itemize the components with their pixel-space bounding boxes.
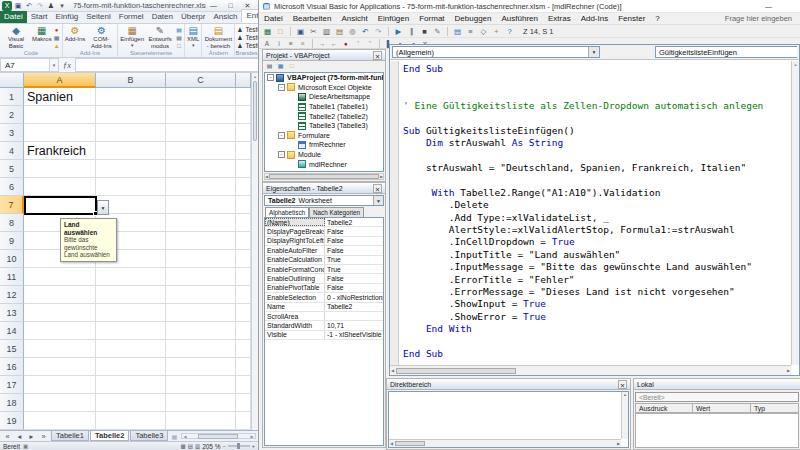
- cell-a16[interactable]: [24, 358, 96, 376]
- row-header-14[interactable]: 14: [0, 322, 24, 340]
- collapse-expander-icon[interactable]: -: [278, 151, 285, 158]
- row-header-6[interactable]: 6: [0, 178, 24, 196]
- entwurfsmodus-button[interactable]: ✎Entwurfsmodus: [145, 25, 175, 49]
- run-icon[interactable]: ▶: [393, 26, 404, 37]
- paste-icon[interactable]: ▤: [334, 26, 345, 37]
- tree-item-frmrechner[interactable]: frmRechner: [265, 140, 383, 150]
- copy-icon[interactable]: ▥: [321, 26, 332, 37]
- row-header-7[interactable]: 7: [0, 196, 24, 214]
- code-vertical-scrollbar[interactable]: ▲: [791, 61, 799, 365]
- redo-icon[interactable]: ↷: [373, 26, 384, 37]
- cell-c9[interactable]: [166, 232, 236, 250]
- com-add-ins-button[interactable]: ⚙COM-Add-Ins: [86, 25, 116, 49]
- reset-icon[interactable]: ■: [419, 26, 430, 37]
- cell-c6[interactable]: [166, 178, 236, 196]
- scrollbar-thumb[interactable]: [396, 368, 516, 374]
- procedure-dropdown[interactable]: GültigkeitslisteEinfügen: [655, 46, 797, 58]
- test01-button[interactable]: ♟Test01: [236, 26, 258, 34]
- cell-b19[interactable]: [96, 412, 166, 430]
- tab-start[interactable]: Start: [27, 11, 52, 23]
- property-row-enableautofilter[interactable]: EnableAutoFilterFalse: [265, 246, 383, 255]
- cell-a19[interactable]: [24, 412, 96, 430]
- save-icon[interactable]: ▣: [295, 26, 306, 37]
- property-row-name[interactable]: NameTabelle2: [265, 303, 383, 312]
- scrollbar-thumb[interactable]: [395, 441, 425, 446]
- select-all-corner[interactable]: [0, 73, 24, 88]
- cell-b12[interactable]: [96, 286, 166, 304]
- comment-block-icon[interactable]: ': [353, 39, 363, 48]
- sheet-vertical-scrollbar[interactable]: ▲: [251, 73, 258, 430]
- undo-icon[interactable]: ↶: [360, 26, 371, 37]
- toggle-breakpoint-icon[interactable]: ●: [341, 39, 351, 48]
- tree-item-mdlrechner[interactable]: mdlRechner: [265, 159, 383, 169]
- tree-item-module[interactable]: -Module: [265, 150, 383, 160]
- add-ins-button[interactable]: ⚙Add-Ins: [64, 25, 87, 43]
- tab-daten[interactable]: Daten: [148, 11, 177, 23]
- scroll-right-icon[interactable]: ▶: [249, 433, 255, 440]
- cell-c1[interactable]: [166, 88, 236, 106]
- qat-dropdown-icon[interactable]: ▾: [57, 1, 67, 11]
- row-header-1[interactable]: 1: [0, 88, 24, 106]
- cell-dropdown-button[interactable]: ▼: [97, 200, 109, 215]
- scroll-up-icon[interactable]: ▲: [792, 61, 799, 68]
- use-relative-references-icon[interactable]: ▦: [53, 35, 61, 42]
- toolbox-icon[interactable]: +: [491, 26, 502, 37]
- tree-item-microsoft-excel-objekte[interactable]: -Microsoft Excel Objekte: [265, 83, 383, 93]
- insert-function-button[interactable]: ƒx: [59, 58, 75, 72]
- cell-a6[interactable]: [24, 178, 96, 196]
- visual-basic-button[interactable]: ◆Visual Basic: [1, 25, 31, 49]
- properties-tab-nach-kategorien[interactable]: Nach Kategorien: [309, 207, 364, 217]
- project-explorer-icon[interactable]: ▤: [452, 26, 463, 37]
- row-header-16[interactable]: 16: [0, 358, 24, 376]
- next-sheet-icon[interactable]: ▸: [26, 431, 37, 442]
- save-icon[interactable]: ▣: [13, 1, 23, 11]
- cell-b15[interactable]: [96, 340, 166, 358]
- row-header-4[interactable]: 4: [0, 142, 24, 160]
- tree-item-tabelle1-tabelle1[interactable]: Tabelle1 (Tabelle1): [265, 102, 383, 112]
- properties-object-dropdown[interactable]: Tabelle2 Worksheet ▼: [264, 195, 384, 206]
- last-sheet-icon[interactable]: »: [38, 431, 49, 442]
- close-icon[interactable]: ✕: [373, 184, 382, 193]
- properties-window-icon[interactable]: ≡: [465, 26, 476, 37]
- zoom-out-icon[interactable]: −: [223, 443, 226, 449]
- menu-add-ins[interactable]: Add-Ins: [576, 14, 614, 23]
- row-header-13[interactable]: 13: [0, 304, 24, 322]
- menu-fenster[interactable]: Fenster: [613, 14, 650, 23]
- cell-c19[interactable]: [166, 412, 236, 430]
- menu-datei[interactable]: Datei: [259, 14, 288, 23]
- row-header-15[interactable]: 15: [0, 340, 24, 358]
- menu-debuggen[interactable]: Debuggen: [450, 14, 497, 23]
- macro-security-icon[interactable]: ▲: [53, 43, 61, 50]
- insert-sheet-button[interactable]: ▦: [169, 431, 179, 441]
- cell-c3[interactable]: [166, 124, 236, 142]
- scroll-right-icon[interactable]: ▶: [616, 441, 621, 446]
- cell-c18[interactable]: [166, 394, 236, 412]
- einf-gen-button[interactable]: ▦Einfügen▾: [119, 25, 145, 47]
- zoom-level[interactable]: 205 %: [202, 443, 220, 450]
- list-constants-icon[interactable]: ≡: [298, 39, 308, 48]
- record-macro-icon[interactable]: ●: [53, 27, 61, 34]
- cell-b2[interactable]: [96, 106, 166, 124]
- scroll-right-icon[interactable]: ▶: [380, 174, 383, 179]
- row-header-11[interactable]: 11: [0, 268, 24, 286]
- row-header-3[interactable]: 3: [0, 124, 24, 142]
- cell-a1[interactable]: Spanien: [24, 88, 96, 106]
- excel-logo-icon[interactable]: X: [2, 1, 12, 11]
- list-properties-icon[interactable]: ≡: [286, 39, 296, 48]
- cell-a5[interactable]: [24, 160, 96, 178]
- chevron-down-icon[interactable]: ▼: [588, 47, 599, 57]
- cell-b6[interactable]: [96, 178, 166, 196]
- row-header-19[interactable]: 19: [0, 412, 24, 430]
- cell-b13[interactable]: [96, 304, 166, 322]
- name-box[interactable]: A7: [0, 58, 50, 72]
- tree-item-tabelle2-tabelle2[interactable]: Tabelle2 (Tabelle2): [265, 111, 383, 121]
- scroll-right-icon[interactable]: ▶: [786, 368, 791, 373]
- scroll-left-icon[interactable]: ◀: [390, 368, 395, 373]
- collapse-expander-icon[interactable]: -: [278, 132, 285, 139]
- cell-c17[interactable]: [166, 376, 236, 394]
- cell-b14[interactable]: [96, 322, 166, 340]
- view-code-small-icon[interactable]: ▤: [265, 62, 274, 70]
- cell-b11[interactable]: [96, 268, 166, 286]
- tab-berpr[interactable]: Überpr: [177, 11, 209, 23]
- cell-c10[interactable]: [166, 250, 236, 268]
